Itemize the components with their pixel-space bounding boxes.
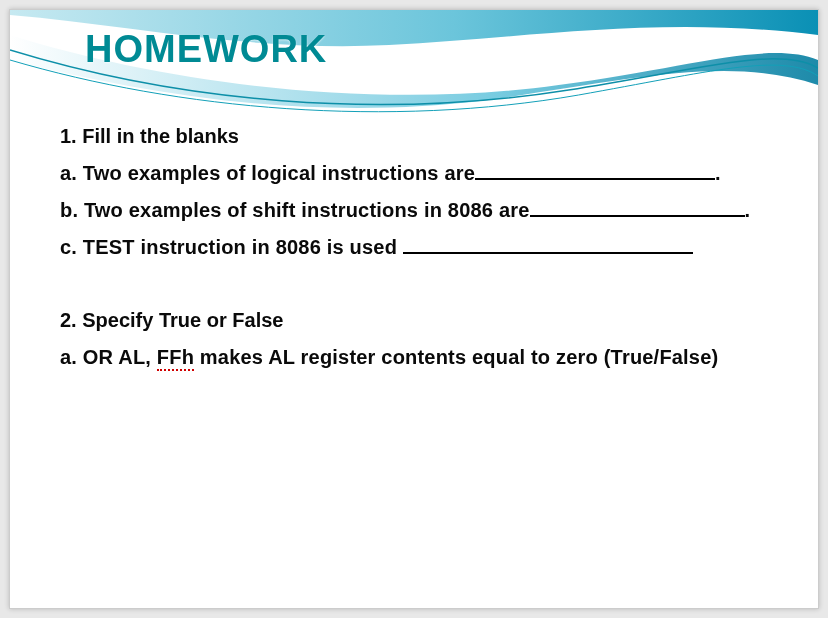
question-2a-prefix: a. OR AL, — [60, 346, 157, 368]
question-1b: b. Two examples of shift instructions in… — [60, 199, 768, 222]
question-1c-text: c. TEST instruction in 8086 is used — [60, 236, 403, 258]
blank-1b — [530, 199, 745, 217]
question-2a-suffix: makes AL register contents equal to zero… — [194, 346, 718, 368]
section-spacer — [60, 273, 768, 309]
question-1c: c. TEST instruction in 8086 is used — [60, 236, 768, 259]
dot-1a: . — [715, 162, 721, 184]
dot-1b: . — [745, 199, 751, 221]
blank-1c — [403, 236, 693, 254]
section-2-heading: 2. Specify True or False — [60, 309, 768, 332]
question-1a-text: a. Two examples of logical instructions … — [60, 162, 475, 184]
question-2a-ffh: FFh — [157, 346, 194, 371]
slide: HOMEWORK 1. Fill in the blanks a. Two ex… — [9, 9, 819, 609]
content-body: 1. Fill in the blanks a. Two examples of… — [60, 125, 768, 383]
question-1a: a. Two examples of logical instructions … — [60, 162, 768, 185]
blank-1a — [475, 162, 715, 180]
page-title: HOMEWORK — [85, 28, 327, 71]
question-1b-text: b. Two examples of shift instructions in… — [60, 199, 530, 221]
section-1-heading: 1. Fill in the blanks — [60, 125, 768, 148]
question-2a: a. OR AL, FFh makes AL register contents… — [60, 346, 768, 369]
